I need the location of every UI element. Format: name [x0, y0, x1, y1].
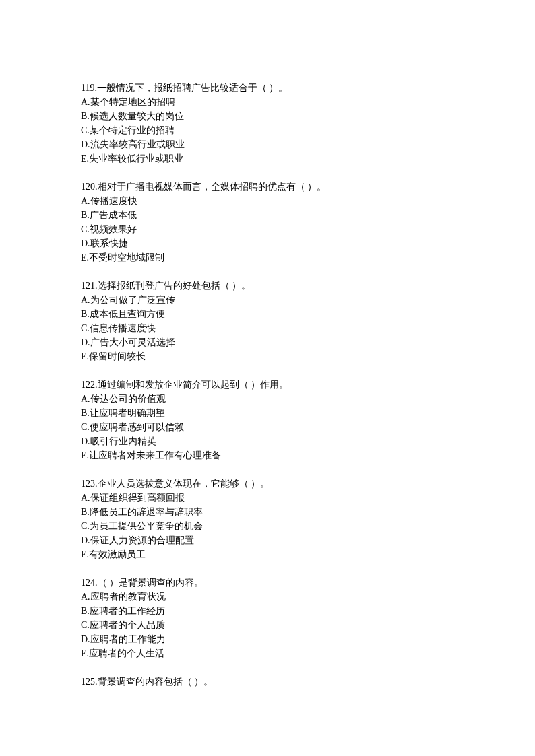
option-c: C.使应聘者感到可以信赖 — [81, 420, 454, 434]
option-d: D.吸引行业内精英 — [81, 434, 454, 448]
question-122: 122.通过编制和发放企业简介可以起到（ ）作用。 A.传达公司的价值观 B.让… — [81, 378, 454, 462]
question-text: 120.相对于广播电视媒体而言，全媒体招聘的优点有（ ）。 — [81, 180, 454, 194]
option-e: E.让应聘者对未来工作有心理准备 — [81, 448, 454, 462]
question-119: 119.一般情况下，报纸招聘广告比较适合于（ ）。 A.某个特定地区的招聘 B.… — [81, 81, 454, 166]
option-d: D.流失率较高行业或职业 — [81, 137, 454, 151]
option-d: D.广告大小可灵活选择 — [81, 335, 454, 349]
option-a: A.应聘者的教育状况 — [81, 590, 454, 604]
option-e: E.不受时空地域限制 — [81, 250, 454, 265]
option-c: C.信息传播速度快 — [81, 321, 454, 335]
question-120: 120.相对于广播电视媒体而言，全媒体招聘的优点有（ ）。 A.传播速度快 B.… — [81, 180, 454, 265]
option-b: B.候选人数量较大的岗位 — [81, 109, 454, 123]
question-text: 121.选择报纸刊登广告的好处包括（ ）。 — [81, 279, 454, 293]
option-e: E.应聘者的个人生活 — [81, 646, 454, 660]
option-d: D.应聘者的工作能力 — [81, 632, 454, 646]
option-b: B.让应聘者明确期望 — [81, 406, 454, 420]
option-e: E.有效激励员工 — [81, 547, 454, 561]
option-a: A.传达公司的价值观 — [81, 392, 454, 406]
option-c: C.应聘者的个人品质 — [81, 618, 454, 632]
option-c: C.某个特定行业的招聘 — [81, 123, 454, 137]
option-e: E.保留时间较长 — [81, 349, 454, 364]
question-text: 122.通过编制和发放企业简介可以起到（ ）作用。 — [81, 378, 454, 392]
option-a: A.某个特定地区的招聘 — [81, 95, 454, 109]
question-text: 124.（ ）是背景调查的内容。 — [81, 576, 454, 590]
option-b: B.广告成本低 — [81, 208, 454, 222]
option-a: A.传播速度快 — [81, 194, 454, 208]
question-125: 125.背景调查的内容包括（ ）。 — [81, 675, 454, 689]
option-d: D.保证人力资源的合理配置 — [81, 533, 454, 547]
option-a: A.为公司做了广泛宣传 — [81, 293, 454, 307]
option-b: B.应聘者的工作经历 — [81, 604, 454, 618]
option-e: E.失业率较低行业或职业 — [81, 151, 454, 166]
option-b: B.降低员工的辞退率与辞职率 — [81, 505, 454, 519]
option-c: C.视频效果好 — [81, 222, 454, 236]
question-text: 119.一般情况下，报纸招聘广告比较适合于（ ）。 — [81, 81, 454, 95]
question-123: 123.企业人员选拔意义体现在，它能够（ ）。 A.保证组织得到高额回报 B.降… — [81, 477, 454, 561]
option-a: A.保证组织得到高额回报 — [81, 491, 454, 505]
option-c: C.为员工提供公平竞争的机会 — [81, 519, 454, 533]
option-d: D.联系快捷 — [81, 236, 454, 250]
question-text: 125.背景调查的内容包括（ ）。 — [81, 675, 454, 689]
document-content: 119.一般情况下，报纸招聘广告比较适合于（ ）。 A.某个特定地区的招聘 B.… — [81, 81, 454, 689]
option-b: B.成本低且查询方便 — [81, 307, 454, 321]
question-121: 121.选择报纸刊登广告的好处包括（ ）。 A.为公司做了广泛宣传 B.成本低且… — [81, 279, 454, 364]
question-text: 123.企业人员选拔意义体现在，它能够（ ）。 — [81, 477, 454, 491]
question-124: 124.（ ）是背景调查的内容。 A.应聘者的教育状况 B.应聘者的工作经历 C… — [81, 576, 454, 660]
